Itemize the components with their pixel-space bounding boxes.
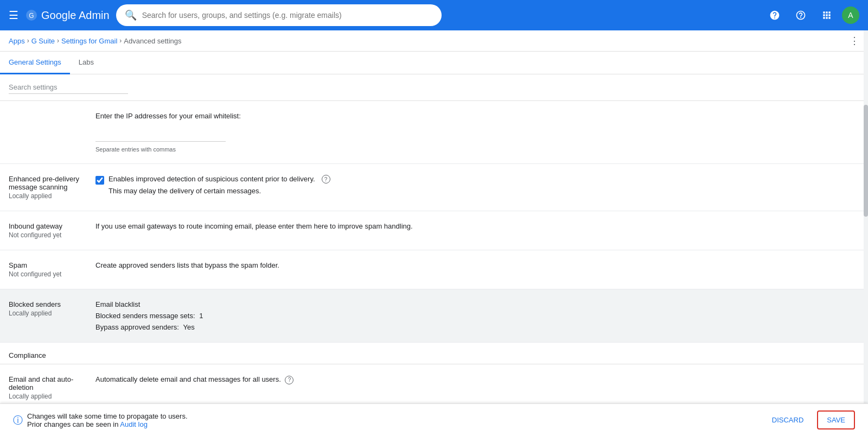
tab-labs[interactable]: Labs — [70, 52, 103, 74]
enhanced-scanning-title: Enhanced pre-delivery message scanning — [9, 175, 87, 191]
spam-label-col: Spam Not configured yet — [9, 261, 95, 278]
global-search-input[interactable] — [142, 11, 433, 20]
breadcrumb-gsuite[interactable]: G Suite — [31, 37, 55, 45]
search-icon: 🔍 — [125, 9, 137, 21]
breadcrumb: Apps › G Suite › Settings for Gmail › Ad… — [0, 30, 868, 52]
email-auto-deletion-help-icon[interactable]: ? — [285, 376, 293, 384]
avatar[interactable]: A — [842, 7, 859, 24]
help2-icon — [795, 10, 806, 21]
enhanced-scanning-checkbox-row: Enables improved detection of suspicious… — [95, 175, 859, 185]
tab-general-settings[interactable]: General Settings — [0, 52, 70, 74]
inbound-gateway-row: Inbound gateway Not configured yet If yo… — [0, 211, 868, 250]
whitelist-row: Enter the IP addresses for your email wh… — [0, 101, 868, 164]
svg-text:G: G — [29, 12, 34, 20]
main-content: Enter the IP addresses for your email wh… — [0, 101, 868, 436]
discard-button[interactable]: DISCARD — [763, 410, 813, 429]
settings-search-row — [0, 74, 868, 101]
footer-info: ⓘ Changes will take some time to propaga… — [13, 412, 756, 428]
spam-sublabel: Not configured yet — [9, 270, 87, 278]
help2-icon-button[interactable] — [790, 4, 812, 26]
enhanced-scanning-content: Enables improved detection of suspicious… — [95, 175, 859, 200]
email-auto-deletion-label-col: Email and chat auto-deletion Locally app… — [9, 375, 95, 400]
email-auto-deletion-title: Email and chat auto-deletion — [9, 375, 87, 391]
apps-grid-icon — [821, 10, 832, 21]
blocked-senders-bypass-value: Yes — [183, 323, 195, 331]
spam-row: Spam Not configured yet Create approved … — [0, 250, 868, 289]
enhanced-scanning-label-col: Enhanced pre-delivery message scanning L… — [9, 175, 95, 200]
inbound-gateway-title: Inbound gateway — [9, 222, 87, 230]
enhanced-scanning-checkbox-label: Enables improved detection of suspicious… — [108, 175, 315, 183]
blocked-senders-content: Email blacklist Blocked senders message … — [95, 300, 859, 331]
footer-actions: DISCARD SAVE — [763, 410, 855, 429]
breadcrumb-more-icon[interactable]: ⋮ — [850, 35, 859, 47]
help-icon-button[interactable] — [764, 4, 786, 26]
app-header: ☰ G Google Admin 🔍 A — [0, 0, 868, 30]
inbound-gateway-sublabel: Not configured yet — [9, 231, 87, 239]
logo-text: Google Admin — [41, 9, 110, 22]
enhanced-scanning-checkbox[interactable] — [95, 176, 104, 185]
breadcrumb-gmail-settings[interactable]: Settings for Gmail — [61, 37, 117, 45]
breadcrumb-sep-2: › — [57, 37, 59, 45]
audit-log-link[interactable]: Audit log — [120, 420, 148, 428]
email-auto-deletion-description: Automatically delete email and chat mess… — [95, 375, 859, 384]
spam-content: Create approved senders lists that bypas… — [95, 261, 859, 278]
footer-info-text: Changes will take some time to propagate… — [27, 412, 188, 420]
blocked-senders-bypass-label: Bypass approved senders: — [95, 323, 179, 331]
blocked-senders-label-col: Blocked senders Locally applied — [9, 300, 95, 331]
google-admin-logo-icon: G — [25, 9, 38, 22]
save-button[interactable]: SAVE — [817, 410, 855, 429]
help-icon — [769, 10, 780, 21]
inbound-gateway-description: If you use email gateways to route incom… — [95, 222, 859, 230]
blocked-senders-message-sets-value: 1 — [199, 312, 203, 320]
app-logo[interactable]: G Google Admin — [25, 9, 110, 22]
whitelist-ip-input[interactable] — [95, 129, 226, 142]
scrollbar[interactable] — [864, 30, 868, 403]
breadcrumb-current: Advanced settings — [124, 37, 181, 45]
blocked-senders-title: Blocked senders — [9, 300, 87, 308]
spam-description: Create approved senders lists that bypas… — [95, 261, 859, 269]
blocked-senders-sublabel: Locally applied — [9, 309, 87, 317]
footer-audit-text: Prior changes can be seen in — [27, 420, 118, 428]
spam-title: Spam — [9, 261, 87, 269]
blocked-senders-message-sets-label: Blocked senders message sets: — [95, 312, 195, 320]
settings-search-input[interactable] — [9, 81, 128, 94]
email-auto-deletion-sublabel: Locally applied — [9, 393, 87, 400]
whitelist-description: Enter the IP addresses for your email wh… — [95, 112, 859, 120]
footer-message: Changes will take some time to propagate… — [27, 412, 188, 428]
whitelist-input-hint: Separate entries with commas — [95, 146, 859, 153]
email-auto-deletion-content: Automatically delete email and chat mess… — [95, 375, 859, 400]
breadcrumb-sep-1: › — [27, 37, 29, 45]
inbound-gateway-content: If you use email gateways to route incom… — [95, 222, 859, 239]
info-icon: ⓘ — [13, 414, 23, 427]
whitelist-label — [9, 112, 95, 153]
breadcrumb-apps[interactable]: Apps — [9, 37, 25, 45]
enhanced-scanning-sublabel: Locally applied — [9, 192, 87, 200]
inbound-gateway-label-col: Inbound gateway Not configured yet — [9, 222, 95, 239]
scrollbar-thumb[interactable] — [864, 105, 868, 217]
global-search-bar[interactable]: 🔍 — [116, 4, 442, 26]
header-actions: A — [764, 4, 859, 26]
breadcrumb-sep-3: › — [119, 37, 122, 45]
blocked-senders-blacklist-label: Email blacklist — [95, 300, 859, 308]
enhanced-scanning-row: Enhanced pre-delivery message scanning L… — [0, 164, 868, 211]
blocked-senders-row: Blocked senders Locally applied Email bl… — [0, 289, 868, 343]
enhanced-scanning-help-icon[interactable]: ? — [322, 175, 330, 184]
footer-bar: ⓘ Changes will take some time to propaga… — [0, 403, 868, 436]
whitelist-content: Enter the IP addresses for your email wh… — [95, 112, 859, 153]
menu-icon[interactable]: ☰ — [9, 9, 18, 22]
blocked-senders-message-sets: Blocked senders message sets: 1 — [95, 312, 859, 320]
blocked-senders-bypass: Bypass approved senders: Yes — [95, 323, 859, 331]
settings-tabs: General Settings Labs — [0, 52, 868, 74]
compliance-section-header: Compliance — [0, 343, 868, 364]
apps-icon-button[interactable] — [816, 4, 838, 26]
enhanced-scanning-warning: This may delay the delivery of certain m… — [108, 187, 859, 195]
